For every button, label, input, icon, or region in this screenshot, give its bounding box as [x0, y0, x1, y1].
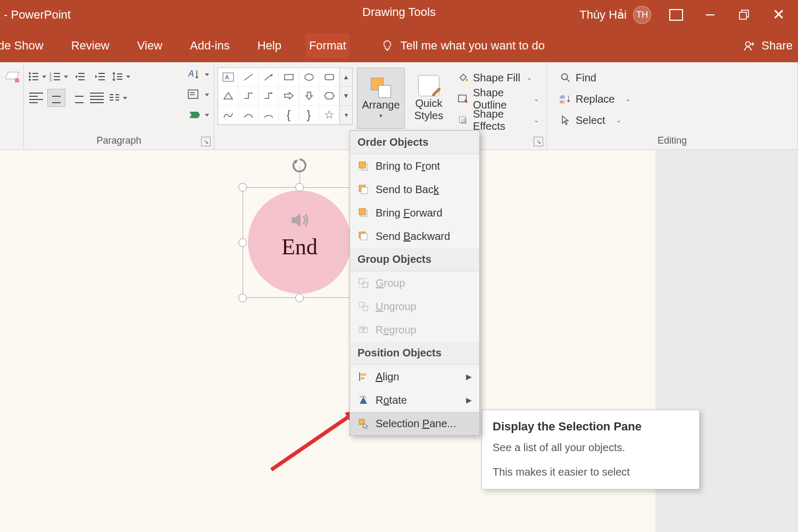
arrange-button[interactable]: Arrange ▾ — [357, 68, 405, 129]
drawing-launcher[interactable]: ↘ — [534, 137, 543, 146]
handle-ml[interactable] — [238, 238, 247, 247]
user-avatar[interactable]: TH — [633, 6, 651, 24]
shape-arrow-line[interactable] — [259, 68, 279, 87]
align-text-button[interactable] — [187, 86, 210, 104]
scroll-down-icon[interactable]: ▼ — [340, 87, 352, 105]
shape-arrow-right[interactable] — [279, 87, 299, 105]
columns-button[interactable] — [108, 89, 128, 107]
send-bwd-icon — [358, 230, 369, 242]
handle-bc[interactable] — [295, 294, 304, 302]
selected-shape[interactable]: End — [243, 187, 356, 298]
align-text-icon — [187, 88, 202, 101]
group-editing: Find abac Replace ⌄ Select ⌄ Editing — [547, 62, 798, 149]
replace-button[interactable]: abac Replace ⌄ — [555, 89, 794, 109]
scroll-up-icon[interactable]: ▲ — [340, 68, 352, 87]
align-left-button[interactable] — [27, 89, 45, 107]
find-button[interactable]: Find — [555, 68, 794, 88]
quick-styles-button[interactable]: Quick Styles — [409, 68, 448, 129]
shapes-gallery-scroll[interactable]: ▲ ▼ ▾ — [340, 68, 353, 125]
close-button[interactable]: ✕ — [769, 7, 787, 22]
tab-slideshow[interactable]: de Show — [0, 34, 47, 58]
select-button[interactable]: Select ⌄ — [555, 110, 794, 130]
ribbon-tabs: de Show Review View Add-ins Help Format … — [0, 29, 798, 62]
line-spacing-button[interactable] — [111, 68, 131, 86]
shape-fill-button[interactable]: Shape Fill ⌄ — [453, 68, 543, 88]
handle-tl[interactable] — [238, 183, 247, 192]
menu-selection-pane[interactable]: Selection Pane... — [350, 412, 479, 435]
tooltip-selection-pane: Display the Selection Pane See a list of… — [481, 410, 700, 489]
svg-text:ac: ac — [560, 99, 565, 104]
tell-me-search[interactable]: Tell me what you want to do — [381, 39, 545, 53]
shape-brace-left[interactable]: { — [279, 106, 299, 124]
menu-send-backward[interactable]: Send Backward — [350, 225, 479, 248]
tooltip-body-1: See a list of all your objects. — [493, 440, 688, 455]
shape-effects-button[interactable]: Shape Effects ⌄ — [453, 110, 543, 130]
shape-line[interactable] — [238, 68, 259, 87]
svg-rect-42 — [188, 90, 198, 98]
user-area[interactable]: Thúy Hải TH — [579, 6, 651, 24]
tab-view[interactable]: View — [134, 34, 165, 58]
shape-brace-right[interactable]: } — [299, 106, 319, 124]
menu-align[interactable]: Align ▶ — [350, 365, 479, 388]
handle-bl[interactable] — [238, 294, 247, 302]
tab-help[interactable]: Help — [254, 34, 285, 58]
shape-rounded-rect[interactable] — [319, 68, 339, 87]
shape-arrow-down[interactable] — [299, 87, 319, 105]
ribbon-display-options-button[interactable] — [667, 7, 685, 22]
paragraph-launcher[interactable]: ↘ — [201, 137, 211, 146]
tab-review[interactable]: Review — [68, 34, 113, 58]
menu-ungroup: Ungroup — [350, 295, 479, 318]
svg-rect-2 — [739, 12, 746, 19]
send-back-label: Send to Back — [376, 184, 439, 196]
handle-tc[interactable] — [295, 183, 304, 192]
restore-button[interactable] — [735, 7, 753, 22]
align-center-button[interactable] — [47, 89, 65, 107]
convert-smartart-button[interactable] — [187, 106, 210, 124]
svg-rect-84 — [361, 377, 364, 379]
shape-freeform[interactable] — [218, 106, 238, 124]
menu-section-order: Order Objects — [350, 131, 479, 154]
rotate-icon — [358, 394, 369, 406]
shape-curve[interactable] — [238, 106, 259, 124]
svg-point-4 — [746, 41, 751, 46]
tab-format[interactable]: Format — [306, 34, 350, 58]
more-shapes-icon[interactable]: ▾ — [340, 106, 352, 124]
share-button[interactable]: Share — [742, 39, 793, 53]
shape-oval[interactable] — [299, 68, 319, 87]
shape-rectangle[interactable] — [279, 68, 299, 87]
menu-rotate[interactable]: Rotate ▶ — [350, 388, 479, 412]
minimize-button[interactable] — [701, 7, 719, 22]
minimize-icon — [704, 9, 716, 21]
shape-outline-button[interactable]: Shape Outline ⌄ — [453, 89, 543, 109]
tooltip-title: Display the Selection Pane — [493, 420, 688, 434]
bullets-icon — [28, 71, 39, 82]
decrease-indent-button[interactable] — [71, 68, 89, 86]
svg-rect-60 — [461, 118, 467, 124]
shape-text-box[interactable]: A — [218, 68, 238, 87]
cursor-icon — [560, 114, 571, 126]
tab-addins[interactable]: Add-ins — [187, 34, 233, 58]
shape-triangle[interactable] — [218, 87, 238, 105]
justify-button[interactable] — [88, 89, 106, 107]
increase-indent-button[interactable] — [91, 68, 109, 86]
text-direction-button[interactable]: A — [187, 65, 210, 84]
menu-bring-to-front[interactable]: Bring to Front — [350, 154, 479, 178]
shape-hexagon[interactable] — [319, 87, 339, 105]
bullets-button[interactable] — [27, 68, 47, 86]
shapes-gallery[interactable]: A { } ☆ — [218, 68, 340, 125]
shape-fill-label: Shape Fill — [473, 72, 520, 84]
shape-arc[interactable] — [259, 106, 279, 124]
eraser-button[interactable] — [3, 68, 21, 86]
svg-text:A: A — [225, 74, 229, 80]
tell-me-label: Tell me what you want to do — [401, 39, 545, 53]
shape-elbow[interactable] — [238, 87, 259, 105]
shape-elbow-arrow[interactable] — [259, 87, 279, 105]
menu-bring-forward[interactable]: Bring Forward — [350, 201, 479, 225]
align-right-button[interactable] — [68, 89, 86, 107]
svg-text:3: 3 — [49, 78, 52, 82]
align-icon — [358, 371, 369, 383]
numbering-button[interactable]: 123 — [49, 68, 69, 86]
svg-marker-56 — [325, 93, 334, 99]
menu-send-to-back[interactable]: Send to Back — [350, 178, 479, 201]
shape-star[interactable]: ☆ — [319, 106, 339, 124]
